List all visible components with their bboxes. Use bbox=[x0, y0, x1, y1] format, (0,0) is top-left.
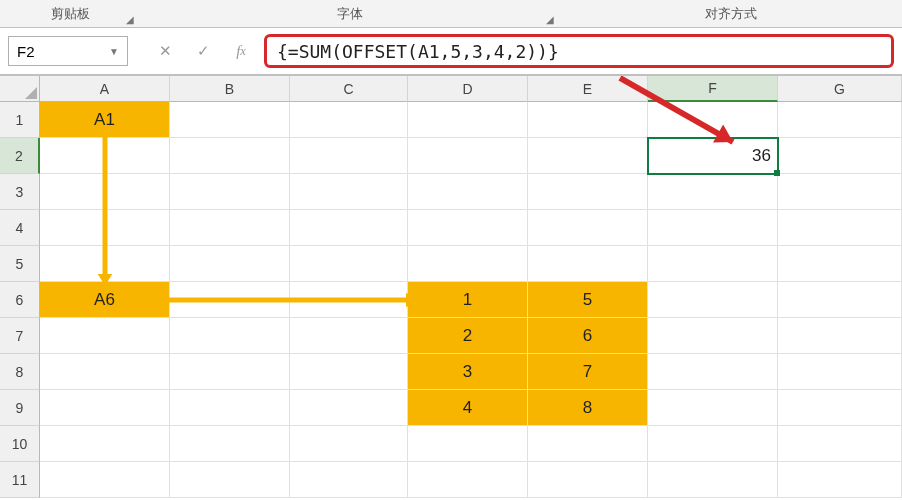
cell[interactable] bbox=[290, 174, 408, 210]
cell[interactable] bbox=[170, 354, 290, 390]
cell[interactable] bbox=[648, 426, 778, 462]
cell[interactable]: 6 bbox=[528, 318, 648, 354]
cell[interactable] bbox=[528, 462, 648, 498]
cell[interactable] bbox=[40, 462, 170, 498]
row-header[interactable]: 5 bbox=[0, 246, 40, 282]
cell[interactable] bbox=[528, 210, 648, 246]
cell[interactable] bbox=[528, 246, 648, 282]
cell[interactable] bbox=[40, 390, 170, 426]
cell[interactable] bbox=[40, 318, 170, 354]
cell[interactable] bbox=[648, 246, 778, 282]
cell[interactable] bbox=[408, 102, 528, 138]
cell[interactable] bbox=[170, 210, 290, 246]
cell[interactable] bbox=[40, 354, 170, 390]
formula-input[interactable]: {=SUM(OFFSET(A1,5,3,4,2))} bbox=[264, 34, 894, 68]
cell[interactable] bbox=[170, 318, 290, 354]
cell[interactable] bbox=[528, 426, 648, 462]
cell[interactable] bbox=[290, 282, 408, 318]
row-header[interactable]: 2 bbox=[0, 138, 40, 174]
cell[interactable]: 5 bbox=[528, 282, 648, 318]
cell[interactable]: 4 bbox=[408, 390, 528, 426]
cell[interactable] bbox=[290, 390, 408, 426]
column-header[interactable]: C bbox=[290, 76, 408, 102]
cell[interactable] bbox=[778, 318, 902, 354]
cell[interactable] bbox=[648, 354, 778, 390]
dialog-launcher-icon[interactable]: ◢ bbox=[126, 14, 134, 25]
row-header[interactable]: 9 bbox=[0, 390, 40, 426]
cell[interactable] bbox=[778, 426, 902, 462]
cell[interactable] bbox=[40, 174, 170, 210]
cell[interactable] bbox=[170, 426, 290, 462]
cell[interactable] bbox=[648, 282, 778, 318]
fx-icon[interactable]: fx bbox=[226, 36, 256, 66]
row-header[interactable]: 4 bbox=[0, 210, 40, 246]
cell[interactable]: 8 bbox=[528, 390, 648, 426]
cell[interactable] bbox=[40, 246, 170, 282]
cell[interactable] bbox=[648, 390, 778, 426]
cell[interactable]: A1 bbox=[40, 102, 170, 138]
chevron-down-icon[interactable]: ▼ bbox=[109, 46, 119, 57]
enter-icon[interactable]: ✓ bbox=[188, 36, 218, 66]
cell[interactable] bbox=[408, 210, 528, 246]
dialog-launcher-icon[interactable]: ◢ bbox=[546, 14, 554, 25]
cell[interactable] bbox=[778, 462, 902, 498]
select-all-corner[interactable] bbox=[0, 76, 40, 102]
row-header[interactable]: 10 bbox=[0, 426, 40, 462]
cell[interactable] bbox=[778, 210, 902, 246]
cell[interactable] bbox=[408, 462, 528, 498]
cell[interactable] bbox=[170, 246, 290, 282]
cell[interactable] bbox=[528, 102, 648, 138]
cell[interactable] bbox=[528, 174, 648, 210]
cell[interactable]: A6 bbox=[40, 282, 170, 318]
cell[interactable] bbox=[408, 426, 528, 462]
cell[interactable]: 1 bbox=[408, 282, 528, 318]
cell[interactable] bbox=[290, 354, 408, 390]
cell[interactable] bbox=[648, 174, 778, 210]
cell[interactable]: 2 bbox=[408, 318, 528, 354]
cell[interactable] bbox=[40, 426, 170, 462]
cell[interactable] bbox=[648, 210, 778, 246]
cell[interactable] bbox=[778, 246, 902, 282]
cell[interactable] bbox=[290, 318, 408, 354]
cancel-icon[interactable]: ✕ bbox=[150, 36, 180, 66]
cell[interactable] bbox=[290, 462, 408, 498]
cell[interactable] bbox=[170, 390, 290, 426]
cell[interactable] bbox=[778, 390, 902, 426]
cell[interactable] bbox=[408, 246, 528, 282]
cell[interactable] bbox=[648, 102, 778, 138]
column-header[interactable]: A bbox=[40, 76, 170, 102]
column-header[interactable]: E bbox=[528, 76, 648, 102]
cell[interactable] bbox=[290, 138, 408, 174]
row-header[interactable]: 3 bbox=[0, 174, 40, 210]
cell[interactable] bbox=[290, 246, 408, 282]
cell[interactable] bbox=[40, 138, 170, 174]
cell[interactable] bbox=[778, 282, 902, 318]
cell[interactable]: 7 bbox=[528, 354, 648, 390]
cell[interactable] bbox=[648, 318, 778, 354]
cell[interactable] bbox=[528, 138, 648, 174]
cell[interactable]: 3 bbox=[408, 354, 528, 390]
cell[interactable]: 36 bbox=[648, 138, 778, 174]
column-header[interactable]: D bbox=[408, 76, 528, 102]
row-header[interactable]: 7 bbox=[0, 318, 40, 354]
cell[interactable] bbox=[170, 138, 290, 174]
row-header[interactable]: 8 bbox=[0, 354, 40, 390]
cell[interactable] bbox=[290, 210, 408, 246]
cell[interactable] bbox=[408, 174, 528, 210]
cell[interactable] bbox=[778, 354, 902, 390]
cell[interactable] bbox=[40, 210, 170, 246]
row-header[interactable]: 1 bbox=[0, 102, 40, 138]
cell[interactable] bbox=[648, 462, 778, 498]
cell[interactable] bbox=[170, 462, 290, 498]
cell[interactable] bbox=[290, 102, 408, 138]
cell[interactable] bbox=[170, 282, 290, 318]
cell[interactable] bbox=[170, 174, 290, 210]
cell[interactable] bbox=[290, 426, 408, 462]
column-header[interactable]: B bbox=[170, 76, 290, 102]
cell[interactable] bbox=[778, 174, 902, 210]
row-header[interactable]: 11 bbox=[0, 462, 40, 498]
row-header[interactable]: 6 bbox=[0, 282, 40, 318]
cell[interactable] bbox=[778, 102, 902, 138]
name-box[interactable]: F2 ▼ bbox=[8, 36, 128, 66]
fill-handle[interactable] bbox=[774, 170, 780, 176]
